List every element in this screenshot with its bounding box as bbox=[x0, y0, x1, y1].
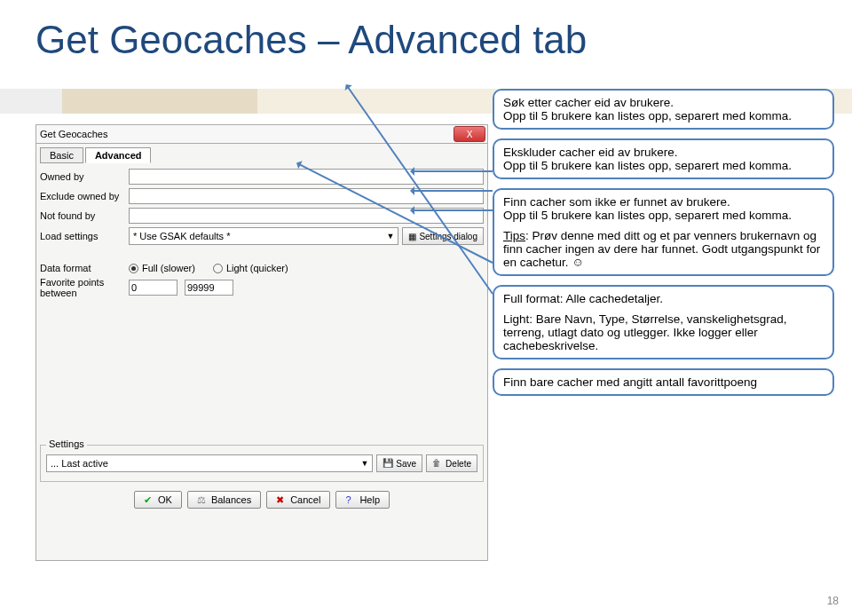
delete-button[interactable]: 🗑 Delete bbox=[426, 454, 477, 472]
callout-owned-by: Søk etter cacher eid av brukere. Opp til… bbox=[493, 89, 834, 130]
page-number: 18 bbox=[827, 595, 839, 607]
connector-arrow bbox=[413, 209, 493, 211]
help-button[interactable]: ? Help bbox=[335, 491, 390, 509]
fav-min-input[interactable] bbox=[129, 280, 178, 296]
radio-full-label: Full (slower) bbox=[142, 263, 195, 273]
group-settings-label: Settings bbox=[46, 438, 87, 449]
callout-fav-points: Finn bare cacher med angitt antall favor… bbox=[493, 368, 834, 396]
label-load-settings: Load settings bbox=[40, 231, 129, 241]
help-label: Help bbox=[359, 494, 380, 505]
x-icon: ✖ bbox=[276, 494, 287, 505]
callout-tips: Tips: Prøv denne med ditt og et par venn… bbox=[503, 229, 824, 269]
callout-text: Finn cacher som ikke er funnet av bruker… bbox=[503, 195, 824, 222]
load-settings-value: * Use GSAK defaults * bbox=[133, 231, 230, 241]
dialog-titlebar: Get Geocaches X bbox=[36, 124, 488, 144]
ok-label: OK bbox=[158, 494, 172, 505]
callout-exclude-owned: Ekskluder cacher eid av brukere. Opp til… bbox=[493, 138, 834, 179]
save-button[interactable]: 💾 Save bbox=[376, 454, 422, 472]
tab-advanced[interactable]: Advanced bbox=[85, 147, 152, 163]
tab-basic[interactable]: Basic bbox=[40, 147, 83, 163]
save-label: Save bbox=[396, 459, 416, 469]
callout-data-format: Full format: Alle cachedetaljer. Light: … bbox=[493, 285, 834, 359]
load-settings-dropdown[interactable]: * Use GSAK defaults * ▼ bbox=[129, 227, 398, 245]
settings-preset-value: ... Last active bbox=[51, 458, 108, 469]
radio-icon bbox=[129, 264, 138, 273]
radio-light-label: Light (quicker) bbox=[226, 263, 288, 273]
check-icon: ✔ bbox=[144, 494, 154, 505]
trash-icon: 🗑 bbox=[432, 458, 443, 469]
scale-icon: ⚖ bbox=[197, 494, 208, 505]
ok-button[interactable]: ✔ OK bbox=[134, 491, 182, 509]
dialog-title-text: Get Geocaches bbox=[40, 129, 107, 139]
grid-icon: ▦ bbox=[408, 232, 416, 241]
label-not-found-by: Not found by bbox=[40, 210, 129, 221]
question-icon: ? bbox=[345, 494, 356, 505]
save-icon: 💾 bbox=[383, 458, 393, 469]
connector-arrow bbox=[413, 190, 493, 192]
radio-icon bbox=[213, 264, 223, 273]
callout-not-found-by: Finn cacher som ikke er funnet av bruker… bbox=[493, 188, 834, 276]
balances-label: Balances bbox=[211, 494, 251, 505]
connector-arrow bbox=[413, 170, 493, 172]
chevron-down-icon: ▼ bbox=[386, 232, 394, 241]
label-owned-by: Owned by bbox=[40, 171, 129, 182]
close-button[interactable]: X bbox=[454, 126, 485, 142]
radio-full[interactable]: Full (slower) bbox=[129, 263, 195, 273]
close-icon: X bbox=[467, 130, 473, 139]
label-fav-between: Favorite points between bbox=[40, 277, 129, 298]
callout-light-format: Light: Bare Navn, Type, Størrelse, vansk… bbox=[503, 312, 824, 352]
page-title: Get Geocaches – Advanced tab bbox=[36, 18, 587, 62]
balances-button[interactable]: ⚖ Balances bbox=[187, 491, 261, 509]
label-data-format: Data format bbox=[40, 263, 129, 273]
callout-full-format: Full format: Alle cachedetaljer. bbox=[503, 292, 824, 305]
label-exclude-owned: Exclude owned by bbox=[40, 191, 129, 201]
tips-label: Tips bbox=[503, 229, 525, 242]
radio-light[interactable]: Light (quicker) bbox=[213, 263, 288, 273]
delete-label: Delete bbox=[446, 459, 471, 469]
chevron-down-icon: ▼ bbox=[360, 459, 368, 468]
cancel-button[interactable]: ✖ Cancel bbox=[266, 491, 330, 509]
tips-text: : Prøv denne med ditt og et par venners … bbox=[503, 229, 820, 269]
fav-max-input[interactable] bbox=[185, 280, 233, 296]
settings-preset-dropdown[interactable]: ... Last active ▼ bbox=[46, 454, 373, 472]
cancel-label: Cancel bbox=[290, 494, 320, 505]
